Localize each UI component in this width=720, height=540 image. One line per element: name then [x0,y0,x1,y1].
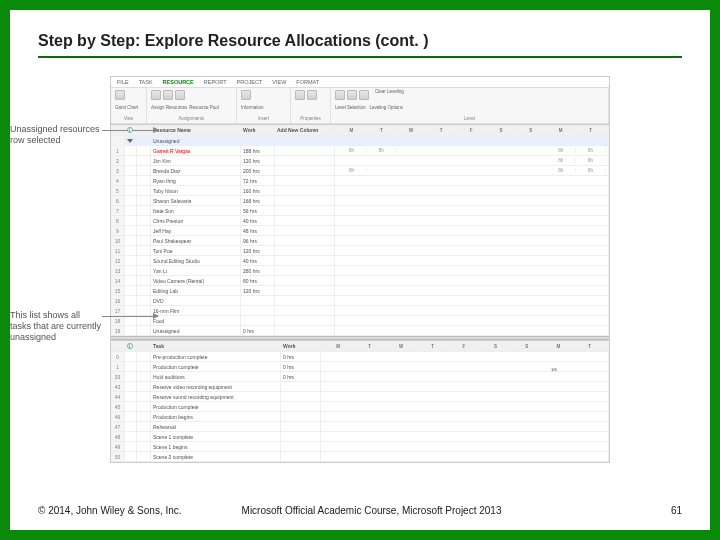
timeline-cells [335,136,609,145]
timeline-cells [335,266,609,275]
tab-resource[interactable]: RESOURCE [163,79,194,85]
resource-row[interactable]: 2Jim Kim120 hrs8h8h [111,156,609,166]
resource-row[interactable]: 8Chris Preston40 hrs [111,216,609,226]
resource-name-cell[interactable]: Yan Li [151,266,241,275]
task-row[interactable]: 46Production begins [111,412,609,422]
resource-row[interactable]: 16DVD [111,296,609,306]
task-row[interactable]: 49Scene 1 begins [111,442,609,452]
work-cell [281,402,321,411]
task-name-cell[interactable]: Scene 2 complete [151,452,281,461]
task-row[interactable]: 1Production complete0 hrs1/6 [111,362,609,372]
resource-name-cell[interactable]: Ryan Ihrig [151,176,241,185]
resource-name-cell[interactable]: Video Camera (Rental) [151,276,241,285]
resource-row[interactable]: 4Ryan Ihrig72 hrs [111,176,609,186]
task-row[interactable]: 33Hold auditions0 hrs [111,372,609,382]
tab-project[interactable]: PROJECT [237,79,263,85]
level-all-icon[interactable] [359,90,369,100]
task-name-cell[interactable]: Reserve sound recording equipment [151,392,281,401]
resource-name-cell[interactable]: DVD [151,296,241,305]
notes-icon[interactable] [295,90,305,100]
resource-name-cell[interactable]: Sharon Salavaria [151,196,241,205]
resource-row[interactable]: 1716-mm Film [111,306,609,316]
assign-resources-icon[interactable] [151,90,161,100]
resource-name-cell[interactable]: Paul Shakespear [151,236,241,245]
add-resources-icon[interactable] [175,90,185,100]
resource-name-cell[interactable]: Unassigned [151,326,241,335]
task-row[interactable]: 44Reserve sound recording equipment [111,392,609,402]
resource-row[interactable]: 12Sound Editing Studio40 hrs [111,256,609,266]
resource-name-cell[interactable]: Editing Lab [151,286,241,295]
timeline-cells [335,216,609,225]
level-resource-icon[interactable] [347,90,357,100]
resource-row[interactable]: 11Toni Poe120 hrs [111,246,609,256]
resource-name-cell[interactable]: Brenda Diaz [151,166,241,175]
task-name-cell[interactable]: Reserve video recording equipment [151,382,281,391]
col-task[interactable]: Task [151,341,281,351]
resource-name-cell[interactable]: Food [151,316,241,325]
resource-row[interactable]: 7Nate Sun56 hrs [111,206,609,216]
resource-row[interactable]: 14Video Camera (Rental)80 hrs [111,276,609,286]
collapse-icon[interactable] [127,139,133,143]
resource-row[interactable]: 18Food [111,316,609,326]
col-work2[interactable]: Work [281,341,321,351]
resource-row[interactable]: 9Jeff Hay48 hrs [111,226,609,236]
resource-name-cell[interactable]: Toni Poe [151,246,241,255]
col-resource-name[interactable]: Resource Name [151,125,241,135]
resource-name-cell[interactable]: Nate Sun [151,206,241,215]
resource-row[interactable]: 6Sharon Salavaria168 hrs [111,196,609,206]
resource-name-cell[interactable]: 16-mm Film [151,306,241,315]
task-name-cell[interactable]: Scene 1 begins [151,442,281,451]
resource-name-cell[interactable]: Jim Kim [151,156,241,165]
gantt-chart-icon[interactable] [115,90,125,100]
resource-row[interactable]: 1Garrett R Vargas188 hrs8h8h8h8h [111,146,609,156]
resource-name-cell[interactable]: Unassigned [151,136,241,145]
task-list-grid: Task Work MTWTFSSMT 0Pre-production comp… [111,340,609,462]
resource-row[interactable]: 5Toby Nixon160 hrs [111,186,609,196]
tab-file[interactable]: FILE [117,79,129,85]
task-name-cell[interactable]: Pre-production complete [151,352,281,361]
resource-name-cell[interactable]: Chris Preston [151,216,241,225]
timeline-cells [321,452,609,461]
work-cell: 40 hrs [241,256,275,265]
task-name-cell[interactable]: Production complete [151,362,281,371]
col-work[interactable]: Work [241,125,275,135]
details-icon[interactable] [307,90,317,100]
timeline-cells [335,226,609,235]
resource-name-cell[interactable]: Jeff Hay [151,226,241,235]
resource-name-cell[interactable]: Sound Editing Studio [151,256,241,265]
resource-row[interactable]: 10Paul Shakespear96 hrs [111,236,609,246]
task-row[interactable]: 48Scene 1 complete [111,432,609,442]
ribbon-group-insert: Information Insert [237,88,291,123]
slide-footer: © 2014, John Wiley & Sons, Inc. Microsof… [38,505,682,516]
tab-task[interactable]: TASK [139,79,153,85]
task-name-cell[interactable]: Hold auditions [151,372,281,381]
tab-report[interactable]: REPORT [204,79,227,85]
task-name-cell[interactable]: Rehearsal [151,422,281,431]
resource-row[interactable]: Unassigned [111,136,609,146]
tab-format[interactable]: FORMAT [296,79,319,85]
task-name-cell[interactable]: Production begins [151,412,281,421]
task-row[interactable]: 45Production complete [111,402,609,412]
ribbon-group-level: Clear Leveling Level Selection Leveling … [331,88,609,123]
timeline-cells [321,382,609,391]
task-row[interactable]: 50Scene 2 complete [111,452,609,462]
timeline-cells [321,372,609,381]
work-cell [281,422,321,431]
resource-name-cell[interactable]: Toby Nixon [151,186,241,195]
task-name-cell[interactable]: Production complete [151,402,281,411]
resource-row[interactable]: 3Brenda Diaz200 hrs8h8h8h [111,166,609,176]
level-selection-icon[interactable] [335,90,345,100]
information-icon[interactable] [241,90,251,100]
resource-row[interactable]: 15Editing Lab120 hrs [111,286,609,296]
task-row[interactable]: 43Reserve video recording equipment [111,382,609,392]
ribbon-group-properties: Properties [291,88,331,123]
task-row[interactable]: 0Pre-production complete0 hrs [111,352,609,362]
resource-row[interactable]: 19Unassigned0 hrs [111,326,609,336]
task-row[interactable]: 47Rehearsal [111,422,609,432]
col-add-new[interactable]: Add New Column [275,125,335,135]
resource-pool-icon[interactable] [163,90,173,100]
resource-row[interactable]: 13Yan Li280 hrs [111,266,609,276]
resource-name-cell[interactable]: Garrett R Vargas [151,146,241,155]
tab-view[interactable]: VIEW [272,79,286,85]
task-name-cell[interactable]: Scene 1 complete [151,432,281,441]
